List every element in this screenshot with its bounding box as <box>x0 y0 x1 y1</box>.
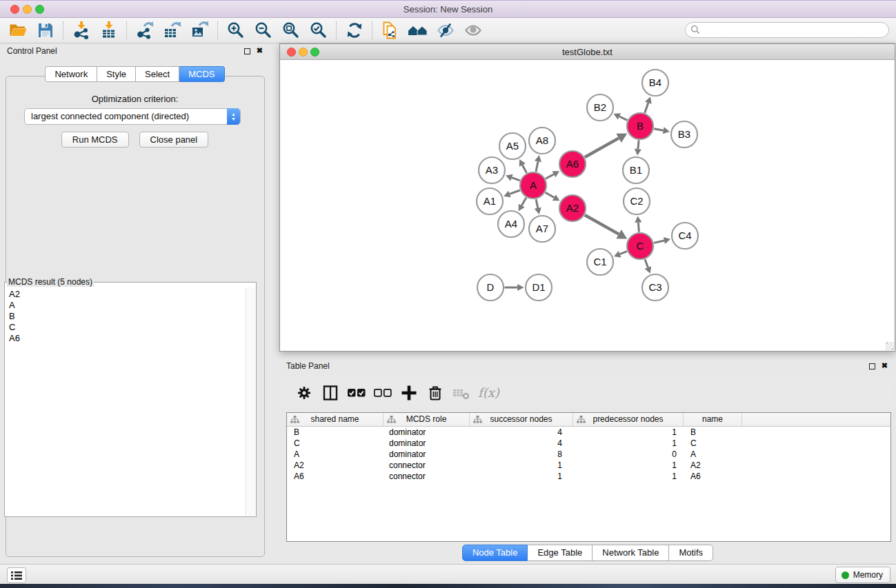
import-table-icon[interactable] <box>95 19 123 41</box>
table-cell[interactable]: 1 <box>573 460 684 471</box>
tab-network[interactable]: Network <box>45 66 97 82</box>
column-header-predecessor-nodes[interactable]: predecessor nodes <box>573 413 684 426</box>
tab-edge-table[interactable]: Edge Table <box>528 545 593 561</box>
zoom-out-icon[interactable] <box>250 19 277 41</box>
table-cell[interactable]: connector <box>384 460 470 471</box>
mcds-result-item[interactable]: A6 <box>6 333 255 344</box>
table-settings-icon[interactable] <box>293 382 315 404</box>
export-image-icon[interactable] <box>186 19 214 41</box>
table-cell[interactable]: A2 <box>684 460 742 471</box>
tab-mcds[interactable]: MCDS <box>179 66 224 82</box>
graph-node-A8[interactable]: A8 <box>529 128 555 154</box>
graph-node-D[interactable]: D <box>477 274 504 301</box>
close-panel-icon[interactable]: ✖ <box>257 46 263 54</box>
table-row[interactable]: A2connector11A2 <box>287 460 890 471</box>
graph-node-C2[interactable]: C2 <box>624 188 650 214</box>
export-network-icon[interactable] <box>131 19 159 41</box>
mcds-result-item[interactable]: B <box>6 311 255 322</box>
graph-node-C1[interactable]: C1 <box>587 249 613 275</box>
table-cell[interactable]: A6 <box>287 471 384 482</box>
close-table-panel-icon[interactable]: ✖ <box>882 361 888 369</box>
table-cell[interactable] <box>742 438 890 449</box>
column-visibility-icon[interactable] <box>319 382 341 404</box>
graph-node-C3[interactable]: C3 <box>642 274 668 301</box>
table-cell[interactable]: B <box>287 427 384 438</box>
graph-node-A7[interactable]: A7 <box>529 216 555 242</box>
graph-node-B[interactable]: B <box>627 113 653 139</box>
graph-node-A4[interactable]: A4 <box>498 211 524 237</box>
optimization-criterion-dropdown[interactable]: largest connected component (directed) ▲… <box>24 108 241 125</box>
task-history-button[interactable] <box>7 567 26 583</box>
table-cell[interactable]: A <box>287 449 384 460</box>
search-input[interactable] <box>685 22 889 38</box>
table-row[interactable]: A6connector11A6 <box>287 471 890 482</box>
tab-style[interactable]: Style <box>97 66 136 82</box>
table-cell[interactable]: 4 <box>470 427 573 438</box>
zoom-fit-icon[interactable] <box>277 19 305 41</box>
graph-node-A[interactable]: A <box>520 172 546 199</box>
hide-selected-icon[interactable] <box>432 19 459 41</box>
table-cell[interactable]: 4 <box>470 438 573 449</box>
copy-network-icon[interactable] <box>377 19 404 41</box>
table-cell[interactable]: C <box>684 438 742 449</box>
graph-node-B2[interactable]: B2 <box>587 94 613 121</box>
show-all-icon[interactable] <box>459 19 487 41</box>
float-panel-icon[interactable] <box>244 48 250 54</box>
table-cell[interactable]: 1 <box>573 427 684 438</box>
table-cell[interactable]: dominator <box>384 438 470 449</box>
table-cell[interactable]: A <box>684 449 742 460</box>
refresh-layout-icon[interactable] <box>341 19 368 41</box>
table-cell[interactable]: B <box>684 427 742 438</box>
table-cell[interactable]: 1 <box>470 460 573 471</box>
tab-node-table[interactable]: Node Table <box>462 545 528 561</box>
table-cell[interactable]: 8 <box>470 449 573 460</box>
table-cell[interactable] <box>742 427 890 438</box>
table-cell[interactable]: 0 <box>573 449 684 460</box>
export-table-icon[interactable] <box>159 19 186 41</box>
delete-column-icon[interactable] <box>424 382 446 404</box>
select-all-icon[interactable] <box>346 382 368 404</box>
add-column-icon[interactable] <box>398 382 420 404</box>
graph-node-A6[interactable]: A6 <box>559 151 586 177</box>
mcds-result-item[interactable]: A <box>6 300 255 311</box>
close-panel-button[interactable]: Close panel <box>139 132 209 148</box>
mcds-result-item[interactable]: A2 <box>6 289 255 300</box>
network-window-titlebar[interactable]: testGlobe.txt <box>280 44 895 60</box>
resize-grip[interactable] <box>886 342 894 350</box>
table-cell[interactable]: A2 <box>287 460 384 471</box>
table-cell[interactable]: 1 <box>573 438 684 449</box>
table-cell[interactable]: dominator <box>384 427 470 438</box>
graph-node-B3[interactable]: B3 <box>671 121 697 148</box>
save-session-icon[interactable] <box>32 19 59 41</box>
graph-node-A5[interactable]: A5 <box>499 133 526 159</box>
mcds-result-item[interactable]: C <box>6 322 255 333</box>
float-table-panel-icon[interactable] <box>869 363 875 369</box>
tab-network-table[interactable]: Network Table <box>593 545 669 561</box>
column-header-MCDS-role[interactable]: MCDS role <box>384 413 470 426</box>
tab-motifs[interactable]: Motifs <box>669 545 713 561</box>
table-row[interactable]: Bdominator41B <box>287 427 890 438</box>
graph-node-A1[interactable]: A1 <box>477 188 503 214</box>
graph-node-B4[interactable]: B4 <box>642 70 668 96</box>
table-cell[interactable]: 1 <box>470 471 573 482</box>
graph-node-C[interactable]: C <box>627 233 653 259</box>
table-cell[interactable]: C <box>287 438 384 449</box>
first-neighbors-icon[interactable] <box>404 19 432 41</box>
column-header-shared-name[interactable]: shared name <box>287 413 384 426</box>
open-session-icon[interactable] <box>4 19 32 41</box>
deselect-all-icon[interactable] <box>372 382 394 404</box>
table-cell[interactable]: dominator <box>384 449 470 460</box>
zoom-selected-icon[interactable] <box>305 19 332 41</box>
graph-node-C4[interactable]: C4 <box>672 223 698 249</box>
delete-table-icon[interactable] <box>450 382 472 404</box>
table-cell[interactable]: A6 <box>684 471 742 482</box>
table-row[interactable]: Adominator80A <box>287 449 890 460</box>
table-cell[interactable] <box>742 449 890 460</box>
table-cell[interactable] <box>742 460 890 471</box>
zoom-in-icon[interactable] <box>222 19 250 41</box>
import-network-icon[interactable] <box>68 19 95 41</box>
result-list-scrollbar[interactable] <box>246 287 255 516</box>
graph-node-B1[interactable]: B1 <box>623 157 649 183</box>
memory-button[interactable]: Memory <box>835 567 890 583</box>
network-canvas[interactable]: B4B2BB3A8A5A6A3B1AA1C2A2A4A7C4CC1C3DD1 <box>280 60 895 351</box>
